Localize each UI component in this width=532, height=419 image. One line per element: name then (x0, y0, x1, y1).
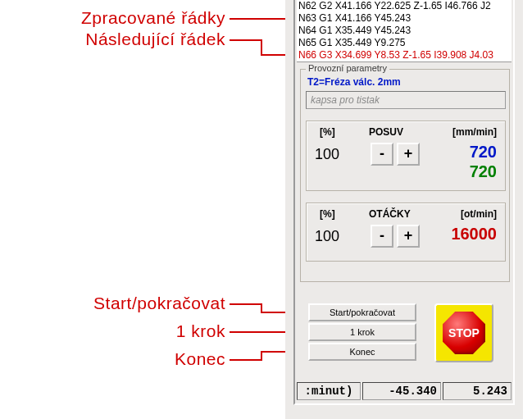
groupbox-title: Provozní parametry (306, 63, 389, 73)
footer-readouts: :minut) -45.340 5.243 (297, 382, 513, 402)
speed-box: [%] OTÁČKY [ot/min] 100 - + 16000 (306, 203, 506, 262)
speed-pct-value: 100 (315, 228, 339, 245)
operation-description-field[interactable]: kapsa pro tistak (306, 91, 506, 109)
stop-button[interactable]: STOP (434, 303, 493, 362)
feed-minus-button[interactable]: - (371, 143, 393, 166)
feed-plus-button[interactable]: + (397, 143, 420, 166)
control-button-area: Start/pokračovat 1 krok Konec STOP (298, 303, 512, 366)
gcode-line: N63 G1 X41.166 Y45.243 (298, 12, 510, 25)
callout-line (230, 18, 293, 20)
gcode-line: N65 G1 X35.449 Y9.275 (298, 37, 510, 49)
callout-line (230, 303, 262, 305)
speed-value: 16000 (451, 225, 497, 244)
speed-name-header: OTÁČKY (369, 208, 411, 220)
callout-start-continue: Start/pokračovat (25, 294, 225, 313)
gcode-current-line: N66 G3 X34.699 Y8.53 Z-1.65 I39.908 J4.0… (298, 49, 510, 61)
feed-pct-header: [%] (320, 126, 335, 138)
gcode-line: N64 G1 X35.449 Y45.243 (298, 25, 510, 37)
footer-time-label: :minut) (297, 382, 361, 400)
feed-unit-header: [mm/min] (452, 126, 497, 138)
callout-next-row: Následující řádek (25, 30, 225, 49)
callout-line (230, 39, 262, 41)
callout-one-step: 1 krok (25, 321, 225, 341)
operating-params-group: Provozní parametry T2=Fréza válc. 2mm ka… (300, 69, 510, 282)
start-continue-button[interactable]: Start/pokračovat (308, 303, 416, 321)
feed-pct-value: 100 (315, 146, 339, 163)
speed-pct-header: [%] (320, 208, 335, 220)
stop-icon: STOP (442, 311, 486, 355)
gcode-listing: N62 G2 X41.166 Y22.625 Z-1.65 I46.766 J2… (297, 0, 512, 62)
gcode-line: N62 G2 X41.166 Y22.625 Z-1.65 I46.766 J2 (298, 0, 510, 12)
feed-box: [%] POSUV [mm/min] 100 - + 720 720 (306, 121, 506, 191)
callout-end: Konec (25, 349, 225, 369)
footer-value-2: 5.243 (443, 382, 512, 400)
speed-unit-header: [ot/min] (461, 208, 497, 220)
tool-label: T2=Fréza válc. 2mm (307, 76, 401, 88)
feed-name-header: POSUV (369, 126, 403, 138)
callout-line (230, 359, 262, 361)
speed-minus-button[interactable]: - (371, 225, 393, 248)
feed-value: 720 (470, 143, 497, 162)
callout-line (261, 39, 262, 54)
app-panel: N62 G2 X41.166 Y22.625 Z-1.65 I46.766 J2… (285, 0, 523, 419)
one-step-button[interactable]: 1 krok (308, 323, 416, 341)
end-button[interactable]: Konec (308, 343, 416, 361)
speed-plus-button[interactable]: + (397, 225, 420, 248)
footer-value-1: -45.340 (362, 382, 441, 400)
callout-processed-rows: Zpracované řádky (25, 8, 225, 28)
feed-value-secondary: 720 (470, 162, 497, 181)
